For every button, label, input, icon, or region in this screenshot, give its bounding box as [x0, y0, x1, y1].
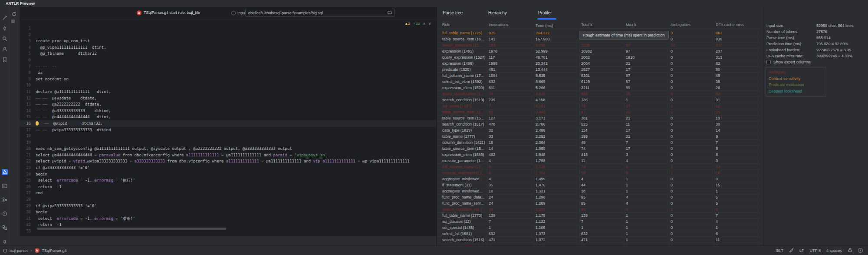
tab-parse-tree[interactable]: Parse tree: [443, 10, 463, 15]
profiler-row[interactable]: expression (1495)197852.99910982970237: [437, 49, 760, 55]
col-invocations[interactable]: Invocations: [489, 23, 534, 27]
terminal-icon[interactable]: [2, 183, 8, 189]
code-line-3[interactable]: 3create proc up_com_test: [20, 38, 436, 44]
profiler-row[interactable]: select_list_elem (1592)6326.669612997038: [437, 79, 760, 85]
profiler-table-body[interactable]: full_table_name (1775)925294.3220863tabl…: [437, 30, 760, 245]
file-path-value[interactable]: ebelice/Github/tsql-parser/examples/big.…: [248, 11, 385, 15]
col-rule[interactable]: Rule: [442, 23, 487, 27]
line-ending[interactable]: LF: [799, 248, 804, 253]
profiler-row[interactable]: full_column_name (17...81.748749114: [437, 164, 760, 170]
tab-profiler[interactable]: Profiler: [538, 10, 552, 15]
code-line-30[interactable]: 30begin: [20, 209, 436, 215]
profiler-row[interactable]: table_source_item (15...1273.17138121013: [437, 116, 760, 122]
file-encoding[interactable]: UTF-8: [809, 248, 821, 253]
no-highlight-icon[interactable]: [789, 248, 794, 253]
profiler-row[interactable]: func_proc_name_serv...241.28995405: [437, 201, 760, 207]
search-icon[interactable]: [2, 36, 8, 42]
code-line-10[interactable]: 10: [20, 82, 436, 89]
problems-icon[interactable]: [2, 211, 8, 217]
profiler-row[interactable]: expression_elem (1590)6115.266321199026: [437, 85, 760, 91]
code-line-4[interactable]: 4 @p_vipa1111111111111 dtint,: [20, 44, 436, 51]
code-line-11[interactable]: 11declare @a1111111111111 dtint,: [20, 89, 436, 95]
col-total-k[interactable]: Total k: [581, 23, 625, 27]
profiler-row[interactable]: sql_union (1537)74.1617917112: [437, 103, 760, 109]
code-line-5[interactable]: 5 @p_tblname dtchar32: [20, 50, 436, 57]
profiler-row[interactable]: aggregate_windowed...181.33118101: [437, 189, 760, 195]
profiler-row[interactable]: select_statement (15...1836.096110897143…: [437, 43, 760, 49]
code-line-24[interactable]: 24begin: [20, 171, 436, 178]
code-line-29[interactable]: 29if @vipa333333333333 !='0': [20, 203, 436, 209]
bookmarks-icon[interactable]: [2, 56, 8, 63]
code-line-19[interactable]: 19: [20, 139, 436, 146]
profiler-row[interactable]: aggregate_windowed...41.4954103: [437, 176, 760, 182]
profiler-row[interactable]: search_condition_not (...241.25795415: [437, 207, 760, 213]
profiler-row[interactable]: if_statement (31)351.476441015: [437, 182, 760, 189]
profiler-row[interactable]: search_condition (1516)4711.0724711011: [437, 237, 760, 243]
user-icon[interactable]: [2, 46, 8, 52]
tab-hierarchy[interactable]: Hierarchy: [488, 10, 507, 15]
profiler-row[interactable]: set_special (1485)11.1051101: [437, 225, 760, 231]
code-line-9[interactable]: 9set nocount on: [20, 76, 436, 83]
code-area[interactable]: 123create proc up_com_test4 @p_vipa11111…: [20, 19, 436, 236]
services-icon[interactable]: [2, 225, 8, 231]
profiler-row[interactable]: table_name (1777)332.2521992109: [437, 134, 760, 140]
profiler-row[interactable]: full_column_name (17...10948.63583019704…: [437, 73, 760, 79]
profiler-row[interactable]: execute_statement (11...51.702589110: [437, 170, 760, 176]
commit-icon[interactable]: [2, 25, 8, 31]
col-ambiguities[interactable]: Ambiguities: [671, 23, 714, 27]
profiler-row[interactable]: table_source_item (15...823.4459721221: [437, 109, 760, 116]
profiler-row[interactable]: expression_elem (1589)4021.948413308: [437, 152, 760, 158]
code-line-13[interactable]: 13—— —— @a2222222222 dtdate,: [20, 101, 436, 108]
profiler-row[interactable]: column_definition (1421)182.06449707: [437, 140, 760, 146]
profiler-row[interactable]: full_table_name (1773)1391.179139107: [437, 213, 760, 219]
code-line-2[interactable]: 2: [20, 32, 436, 38]
antlr-preview-stripe-icon[interactable]: [2, 169, 8, 175]
profiler-row[interactable]: func_proc_name_data...241.29895405: [437, 195, 760, 201]
profiler-row[interactable]: search_condition (1517)4702.78652511030: [437, 122, 760, 128]
file-path-field[interactable]: ebelice/Github/tsql-parser/examples/big.…: [245, 9, 395, 17]
code-line-21[interactable]: 21select @a444444444444444 = paravalue f…: [20, 152, 436, 159]
code-line-25[interactable]: 25 select errorcode = -1, errormsg = '执行…: [20, 177, 436, 184]
code-line-27[interactable]: 27end: [20, 190, 436, 196]
profiler-row[interactable]: query_expression (1527)11748.76120621910…: [437, 55, 760, 61]
code-line-8[interactable]: 8 as: [20, 70, 436, 76]
refresh-icon[interactable]: [10, 10, 17, 17]
code-line-32[interactable]: 32 return -1: [20, 222, 436, 228]
profiler-row[interactable]: data_type (1829)322.48811417014: [437, 128, 760, 134]
profiler-row[interactable]: execute_parameter (1...41.75811403: [437, 158, 760, 164]
code-line-16[interactable]: 16—— @vipid dtchar32,: [20, 120, 436, 127]
profiler-row[interactable]: expression (1498)199820.342206421082: [437, 61, 760, 67]
code-line-6[interactable]: 6: [20, 57, 436, 63]
profiler-row[interactable]: search_condition (1519)7354.1587351031: [437, 97, 760, 103]
inspections-status-icon[interactable]: !: [858, 248, 863, 253]
code-line-14[interactable]: 14—— —— @a333333333333 dtkind,: [20, 108, 436, 114]
unlock-icon[interactable]: [848, 248, 852, 253]
caret-position[interactable]: 30:7: [776, 248, 783, 253]
col-max-k[interactable]: Max k: [626, 23, 669, 27]
col-dfa-cache-miss[interactable]: DFA cache miss: [716, 23, 757, 27]
project-structure-icon[interactable]: [2, 15, 8, 21]
code-line-20[interactable]: 20exec nb_com_getsysconfig @a11111111111…: [20, 146, 436, 152]
input-radio[interactable]: [231, 11, 236, 15]
code-line-28[interactable]: 28: [20, 196, 436, 203]
notifications-icon[interactable]: [2, 238, 8, 245]
sql-input-editor[interactable]: ATSqlParser.g4 start rule: tsql_file Inp…: [20, 7, 436, 236]
profiler-row[interactable]: predicate (1525)46113.444292717080: [437, 67, 760, 73]
stop-icon[interactable]: [11, 20, 15, 23]
browse-folder-icon[interactable]: [388, 10, 392, 15]
code-line-26[interactable]: 26 return -1: [20, 184, 436, 190]
intention-bulb-icon[interactable]: [36, 121, 39, 125]
code-line-31[interactable]: 31 select errorcode = -1, errormsg = '准备…: [20, 215, 436, 222]
profiler-row[interactable]: sql_clauses (12)71.1227104: [437, 219, 760, 225]
code-line-17[interactable]: 17—— —— @vipa333333333333 dtkind: [20, 127, 436, 133]
code-line-1[interactable]: 1: [20, 25, 436, 32]
profiler-row[interactable]: table_source_item (15...141.959741708: [437, 146, 760, 152]
code-line-15[interactable]: 15—— —— @a44444444444444 dtint,: [20, 114, 436, 120]
code-line-22[interactable]: 22select @vipid = vipid,@vipa33333333333…: [20, 158, 436, 165]
git-icon[interactable]: [2, 197, 8, 203]
expert-columns-checkbox[interactable]: [766, 60, 771, 64]
code-line-23[interactable]: 23if @a333333333333 !='0': [20, 165, 436, 171]
code-line-12[interactable]: 12—— —— @sysdate dtdate,: [20, 95, 436, 102]
profiler-row[interactable]: query_specification (1...744.63688635688: [437, 91, 760, 97]
code-line-7[interactable]: 7-- -- --: [20, 63, 436, 70]
